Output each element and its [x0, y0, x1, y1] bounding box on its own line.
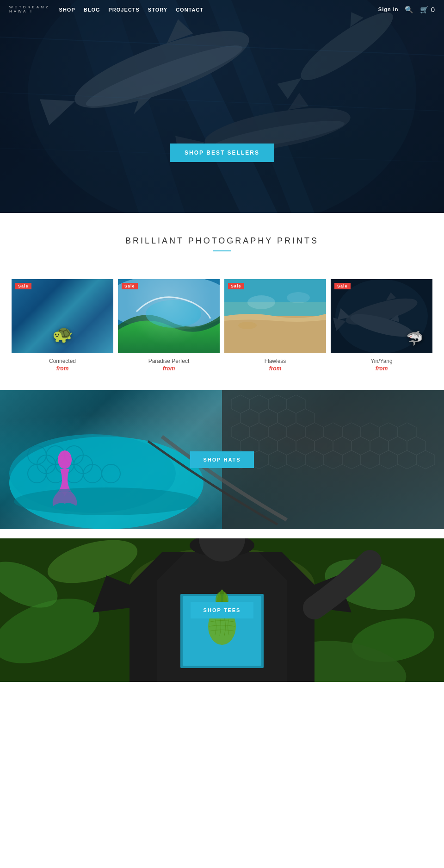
product-price: from: [224, 365, 326, 372]
product-image-sand: [224, 279, 326, 353]
product-image-sharks: [331, 279, 432, 353]
section-divider: [213, 250, 231, 251]
product-image-wrap: Sale: [331, 279, 432, 353]
product-image-turtle: [12, 279, 113, 353]
search-icon[interactable]: 🔍: [405, 6, 413, 14]
product-price: from: [12, 365, 113, 372]
product-name: Yin/Yang: [331, 358, 432, 364]
sale-badge: Sale: [122, 283, 138, 289]
main-nav: WETDREAMZ HAWAII SHOP BLOG PROJECTS STOR…: [0, 0, 444, 19]
shop-tees-button[interactable]: SHOP TEES: [191, 602, 254, 618]
product-card-flawless[interactable]: Sale Flawless from: [224, 279, 326, 372]
product-price: from: [118, 365, 220, 372]
product-card-paradise[interactable]: Sale Paradise Perfect from: [118, 279, 220, 372]
svg-point-28: [287, 292, 310, 303]
svg-point-23: [146, 300, 201, 328]
brand-logo[interactable]: WETDREAMZ HAWAII: [9, 6, 50, 14]
product-image-wrap: Sale: [12, 279, 113, 353]
sale-badge: Sale: [334, 283, 351, 289]
shop-best-sellers-button[interactable]: SHOP BEST SELLERS: [170, 144, 274, 162]
svg-point-29: [238, 322, 257, 329]
brand-subtitle: HAWAII: [9, 10, 50, 14]
product-name: Flawless: [224, 358, 326, 364]
signin-link[interactable]: Sign In: [378, 6, 399, 12]
shop-hats-button[interactable]: SHOP HATS: [190, 451, 253, 468]
nav-shop[interactable]: SHOP: [59, 7, 75, 12]
product-image-wrap: Sale: [224, 279, 326, 353]
product-name: Connected: [12, 358, 113, 364]
photography-section: BRILLIANT PHOTOGRAPHY PRINTS: [0, 213, 444, 279]
product-card-connected[interactable]: Sale Connected from: [12, 279, 113, 372]
product-image-wrap: Sale: [118, 279, 220, 353]
svg-point-51: [58, 450, 72, 469]
footer-area: [0, 682, 444, 867]
sale-badge: Sale: [15, 283, 31, 289]
svg-point-27: [247, 295, 275, 309]
svg-rect-21: [118, 279, 220, 353]
section-gap: [0, 529, 444, 534]
cart-icon[interactable]: 🛒 0: [420, 6, 435, 14]
product-card-yinyang[interactable]: Sale Yin/Yang from: [331, 279, 432, 372]
hero-section: SHOP BEST SELLERS: [0, 0, 444, 213]
product-price: from: [331, 365, 432, 372]
nav-contact[interactable]: CONTACT: [176, 7, 204, 12]
svg-point-52: [14, 487, 199, 515]
nav-blog[interactable]: BLOG: [84, 7, 100, 12]
nav-links: SHOP BLOG PROJECTS STORY CONTACT: [59, 7, 204, 12]
hats-banner: SHOP HATS: [0, 390, 444, 529]
tees-banner: SHOP TEES: [0, 538, 444, 682]
nav-story[interactable]: STORY: [148, 7, 167, 12]
product-grid: Sale Connected from Sale Paradise Perfe: [0, 279, 444, 390]
svg-rect-53: [222, 390, 444, 529]
section-title: BRILLIANT PHOTOGRAPHY PRINTS: [9, 236, 435, 246]
nav-right: Sign In 🔍 🛒 0: [378, 6, 435, 14]
sale-badge: Sale: [228, 283, 244, 289]
nav-projects[interactable]: PROJECTS: [109, 7, 140, 12]
hero-sharks-svg: [0, 0, 444, 213]
product-image-wave: [118, 279, 220, 353]
cart-count: 0: [431, 6, 435, 13]
product-name: Paradise Perfect: [118, 358, 220, 364]
